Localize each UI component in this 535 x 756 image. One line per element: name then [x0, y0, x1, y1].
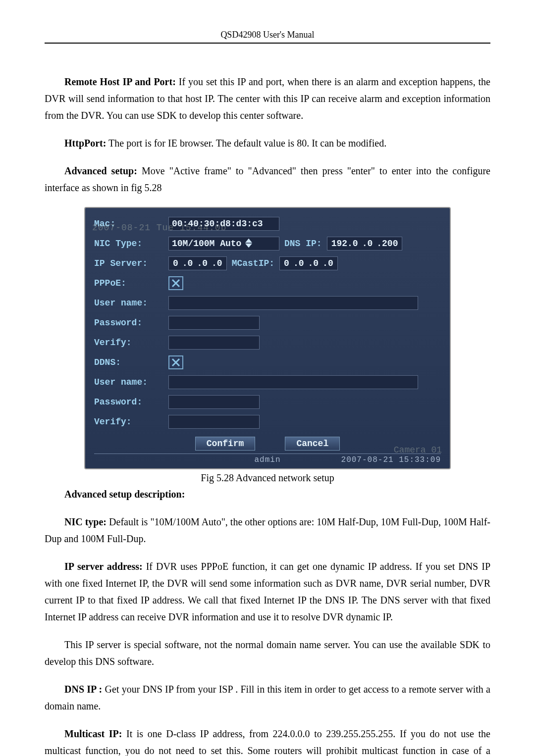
- nic-type-value: 10M/100M Auto: [172, 239, 241, 249]
- ip-server-label: IP Server:: [94, 258, 168, 268]
- ddns-user-label: User name:: [94, 377, 168, 387]
- ddns-user-input[interactable]: [168, 375, 418, 389]
- confirm-button[interactable]: Confirm: [195, 437, 256, 451]
- svg-marker-0: [245, 239, 252, 243]
- para-httpport: HttpPort: The port is for IE browser. Th…: [45, 135, 490, 151]
- ddns-checkbox[interactable]: [168, 355, 183, 369]
- ips-oct-1: 0: [171, 258, 180, 268]
- lead-multicast: Multicast IP:: [64, 728, 122, 739]
- para-ip-server: IP server address: If DVR uses PPPoE fun…: [45, 558, 490, 625]
- text-dns-ip: Get your DNS IP from your ISP . Fill in …: [45, 684, 490, 711]
- status-user: admin: [254, 455, 280, 464]
- lead-dns-ip: DNS IP :: [64, 684, 102, 695]
- mcast-input[interactable]: 0 .0 .0 .0: [279, 256, 338, 270]
- nic-type-label: NIC Type:: [94, 239, 168, 249]
- dns-ip-input[interactable]: 192.0 .0 .200: [327, 237, 403, 251]
- ips-oct-4: .0: [210, 258, 224, 268]
- para-nic-type: NIC type: Default is "10M/100M Auto", th…: [45, 513, 490, 547]
- ddns-verify-label: Verify:: [94, 417, 168, 427]
- lead-remote-host: Remote Host IP and Port:: [64, 76, 176, 87]
- text-httpport: The port is for IE browser. The default …: [106, 138, 386, 149]
- ddns-pass-label: Password:: [94, 397, 168, 407]
- figure-caption: Fig 5.28 Advanced network setup: [45, 472, 490, 484]
- lead-nic-type: NIC type:: [64, 516, 107, 527]
- pppoe-user-input[interactable]: [168, 296, 418, 310]
- para-remote-host: Remote Host IP and Port: If you set this…: [45, 73, 490, 124]
- para-adv-desc-heading: Advanced setup description:: [45, 486, 490, 503]
- mc-oct-4: .0: [321, 258, 335, 268]
- dns-ip-label: DNS IP:: [284, 239, 322, 249]
- spinner-icon[interactable]: [245, 238, 253, 249]
- pppoe-checkbox[interactable]: [168, 276, 183, 290]
- mc-oct-3: .0: [306, 258, 321, 268]
- doc-header: QSD42908 User's Manual: [45, 30, 490, 43]
- ips-oct-2: .0: [180, 258, 195, 268]
- dns-oct-3: .200: [374, 239, 400, 249]
- pppoe-verify-label: Verify:: [94, 338, 168, 348]
- status-time: 2007-08-21 15:33:09: [341, 455, 441, 464]
- lead-ip-server: IP server address:: [64, 561, 143, 572]
- mc-oct-1: 0: [282, 258, 291, 268]
- mc-oct-2: .0: [291, 258, 306, 268]
- dns-oct-1: 192.0: [329, 239, 360, 249]
- lead-httpport: HttpPort:: [64, 138, 106, 149]
- pppoe-user-label: User name:: [94, 298, 168, 308]
- nic-type-select[interactable]: 10M/100M Auto: [168, 237, 279, 251]
- pppoe-verify-input[interactable]: [168, 336, 260, 350]
- adv-desc-heading: Advanced setup description:: [64, 489, 185, 500]
- para-ip-server-note: This IP server is special software, not …: [45, 636, 490, 670]
- header-rule: [45, 43, 490, 44]
- ddns-label: DDNS:: [94, 357, 168, 367]
- ips-oct-3: .0: [195, 258, 210, 268]
- osd-datetime-top: 2007-08-21 Tue 15:44:0b: [92, 223, 226, 233]
- mcast-label: MCastIP:: [232, 258, 274, 268]
- svg-marker-1: [245, 244, 252, 248]
- lead-advanced: Advanced setup:: [64, 165, 137, 176]
- ip-server-input[interactable]: 0 .0 .0 .0: [168, 256, 227, 270]
- para-multicast: Multicast IP: It is one D-class IP addre…: [45, 725, 490, 756]
- ddns-pass-input[interactable]: [168, 395, 260, 409]
- advanced-network-panel: 2007-08-21 Tue 15:44:0b Camera 01 Mac: 0…: [84, 207, 451, 469]
- pppoe-pass-input[interactable]: [168, 316, 260, 330]
- cancel-button[interactable]: Cancel: [285, 437, 340, 451]
- status-bar: admin 2007-08-21 15:33:09: [94, 454, 441, 466]
- pppoe-pass-label: Password:: [94, 318, 168, 328]
- para-dns-ip: DNS IP : Get your DNS IP from your ISP .…: [45, 681, 490, 714]
- pppoe-label: PPPoE:: [94, 278, 168, 288]
- ddns-verify-input[interactable]: [168, 415, 260, 429]
- para-advanced-setup: Advanced setup: Move "Active frame" to "…: [45, 162, 490, 196]
- text-nic-type: Default is "10M/100M Auto", the other op…: [45, 516, 490, 544]
- dns-oct-2: .0: [360, 239, 375, 249]
